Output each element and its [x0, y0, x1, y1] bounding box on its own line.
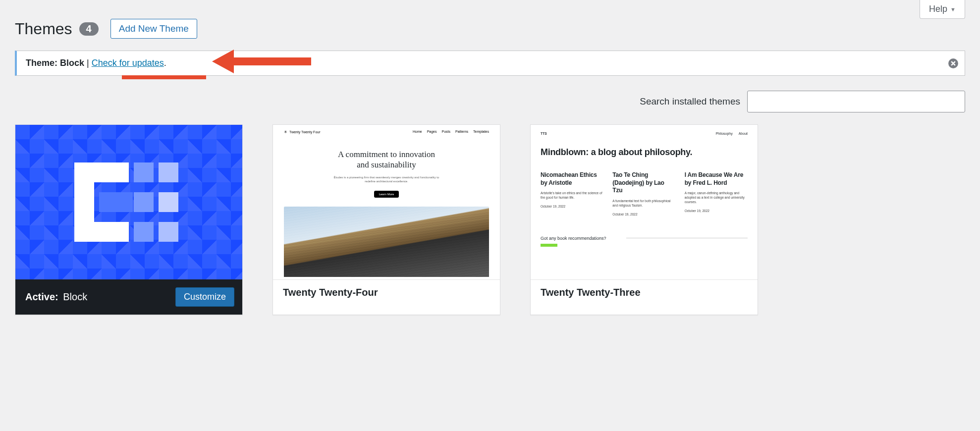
theme-card-twenty-twenty-three[interactable]: TT3 Philosophy About Mindblown: a blog a… — [530, 124, 758, 315]
dismiss-notice-button[interactable] — [948, 58, 959, 69]
theme-footer: Active: Block Customize — [15, 279, 242, 315]
search-row: Search installed themes — [15, 91, 965, 112]
customize-button[interactable]: Customize — [175, 287, 234, 307]
search-label: Search installed themes — [640, 96, 740, 107]
chevron-down-icon: ▼ — [950, 6, 956, 12]
theme-card-twenty-twenty-four[interactable]: Twenty Twenty Four Home Pages Posts Patt… — [272, 124, 500, 315]
search-themes-input[interactable] — [747, 91, 965, 112]
themes-grid: Active: Block Customize Twenty Twenty Fo… — [15, 124, 965, 315]
active-label: Active: — [25, 291, 58, 302]
theme-name: Twenty Twenty-Three — [531, 279, 758, 305]
theme-screenshot: TT3 Philosophy About Mindblown: a blog a… — [531, 125, 758, 279]
page-title: Themes — [15, 20, 72, 38]
page-header: Themes 4 Add New Theme — [15, 19, 965, 39]
theme-name: Twenty Twenty-Four — [273, 279, 500, 305]
notice-theme-name: Theme: Block — [26, 58, 84, 68]
add-new-theme-button[interactable]: Add New Theme — [110, 19, 197, 39]
theme-count-badge: 4 — [79, 22, 99, 36]
close-icon — [948, 58, 959, 69]
help-tab[interactable]: Help ▼ — [920, 0, 965, 19]
theme-screenshot: Twenty Twenty Four Home Pages Posts Patt… — [273, 125, 500, 279]
help-label: Help — [929, 4, 947, 14]
block-logo-icon — [74, 162, 183, 242]
update-notice: Theme: Block | Check for updates. — [15, 51, 965, 76]
annotation-underline — [122, 75, 206, 79]
theme-name: Block — [63, 291, 87, 302]
check-updates-link[interactable]: Check for updates — [92, 58, 164, 68]
theme-screenshot — [15, 125, 242, 279]
theme-card-block[interactable]: Active: Block Customize — [15, 124, 243, 315]
